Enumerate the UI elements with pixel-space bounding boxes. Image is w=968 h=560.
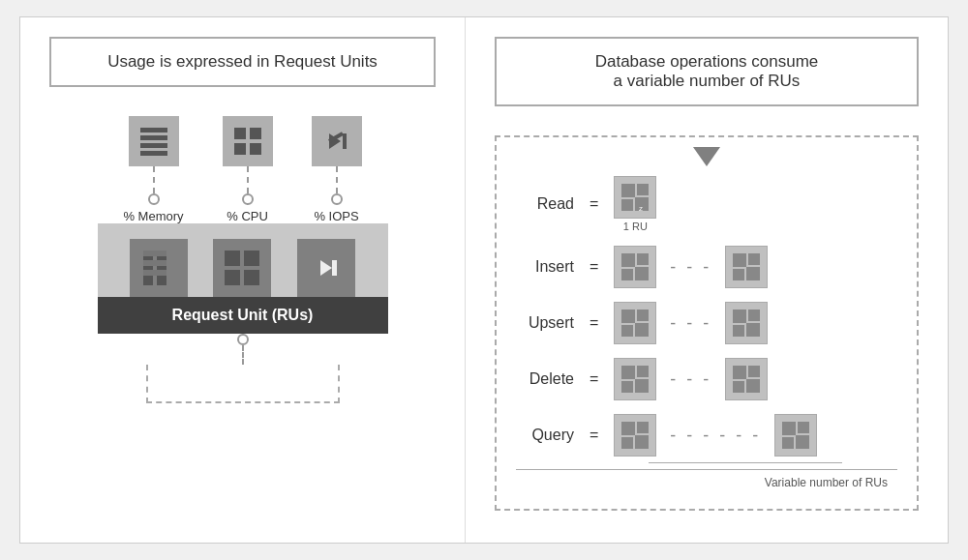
svg-rect-54 [637,422,649,433]
svg-rect-17 [225,251,240,266]
insert-label: Insert [516,258,574,276]
ru-label-bar: Request Unit (RUs) [98,297,388,334]
ru-grid-icon [213,239,271,297]
query-label: Query [516,427,574,444]
svg-rect-42 [748,309,760,321]
svg-rect-6 [234,143,246,155]
svg-rect-41 [733,309,746,323]
svg-rect-5 [250,128,261,139]
op-row-insert: Insert = - - - [516,246,897,288]
svg-rect-47 [621,381,633,393]
variable-label-area: Variable number of RUs [516,457,897,489]
iops-icon [312,116,362,166]
iops-connector-circle [331,193,343,205]
op-row-query: Query = - - - - - - [516,414,897,457]
svg-rect-60 [796,435,809,449]
svg-rect-51 [733,381,744,393]
svg-rect-1 [140,135,167,140]
resource-icons-row: % Memory % CPU [123,116,361,223]
svg-rect-33 [733,253,746,267]
arrow-down-triangle [693,147,720,166]
svg-text:z: z [639,204,643,213]
svg-rect-29 [621,253,635,267]
svg-rect-19 [225,270,240,285]
ru-label-text: Request Unit (RUs) [172,307,314,323]
op-row-delete: Delete = - - - [516,358,897,400]
delete-ru-icon-2 [725,358,768,400]
svg-rect-7 [250,143,261,155]
svg-rect-58 [798,422,809,433]
svg-rect-0 [140,128,167,133]
svg-rect-25 [637,184,649,195]
svg-rect-3 [140,151,167,156]
svg-rect-45 [621,366,635,379]
svg-rect-50 [748,366,760,377]
svg-rect-23 [332,260,337,276]
svg-rect-16 [143,270,166,276]
upsert-ru-icon-1 [614,302,656,344]
memory-connector-line [153,166,155,193]
svg-rect-39 [621,325,633,337]
delete-label: Delete [516,370,574,388]
delete-ru-icon-1 [614,358,656,400]
ru-inner-icons [98,223,388,297]
cpu-connector-circle [242,193,254,205]
read-label: Read [516,195,574,213]
left-header-box: Usage is expressed in Request Units [49,37,436,87]
main-container: Usage is expressed in Request Units [19,16,949,544]
cpu-icon [223,116,273,166]
svg-rect-26 [621,199,633,211]
ru-dashed-box [146,365,340,403]
memory-connector-circle [148,193,160,205]
memory-icon-item: % Memory [123,116,183,223]
cpu-connector-line [247,166,249,193]
query-ru-icon-1 [614,414,656,457]
ru-bottom-circle [237,334,249,345]
svg-rect-38 [637,309,649,321]
svg-rect-36 [746,267,760,280]
svg-rect-40 [635,323,649,337]
read-ru-count-label: 1 RU [623,221,648,232]
svg-rect-2 [140,143,167,148]
ru-section: Request Unit (RUs) [49,223,436,403]
svg-rect-56 [635,435,649,449]
svg-rect-31 [621,269,633,280]
right-header-box: Database operations consumea variable nu… [495,37,919,106]
svg-rect-15 [143,260,166,266]
operations-area: Read = z 1 RU [495,135,919,511]
svg-rect-11 [343,133,347,149]
svg-rect-57 [782,422,796,435]
upsert-ru-icon-2 [725,302,768,344]
svg-rect-32 [635,267,649,280]
iops-label: % IOPS [314,209,358,223]
query-ru-icon-2 [774,414,817,457]
svg-rect-43 [733,325,744,337]
op-row-upsert: Upsert = - - - [516,302,897,344]
svg-rect-49 [733,366,746,379]
svg-rect-14 [143,251,166,256]
svg-rect-24 [621,184,635,197]
iops-icon-item: % IOPS [312,116,362,223]
svg-rect-55 [621,437,633,449]
svg-rect-44 [746,323,760,337]
memory-label: % Memory [123,209,183,223]
ru-bottom-line [242,345,244,365]
svg-rect-52 [746,379,760,393]
down-arrow [516,147,897,166]
svg-rect-18 [244,251,259,266]
left-header-text: Usage is expressed in Request Units [107,52,378,71]
svg-marker-21 [320,260,332,276]
svg-rect-30 [637,253,649,265]
left-panel: Usage is expressed in Request Units [20,17,466,543]
read-ru-icon: z [614,176,656,219]
upsert-label: Upsert [516,314,574,332]
read-icon-wrapper: z 1 RU [614,176,656,232]
op-row-read: Read = z 1 RU [516,176,897,232]
svg-rect-4 [234,128,246,139]
ru-arrow-icon [297,239,355,297]
svg-rect-46 [637,366,649,377]
right-header-text: Database operations consumea variable nu… [595,52,819,90]
svg-rect-48 [635,379,649,393]
iops-connector-line [336,166,338,193]
svg-rect-35 [733,269,744,280]
